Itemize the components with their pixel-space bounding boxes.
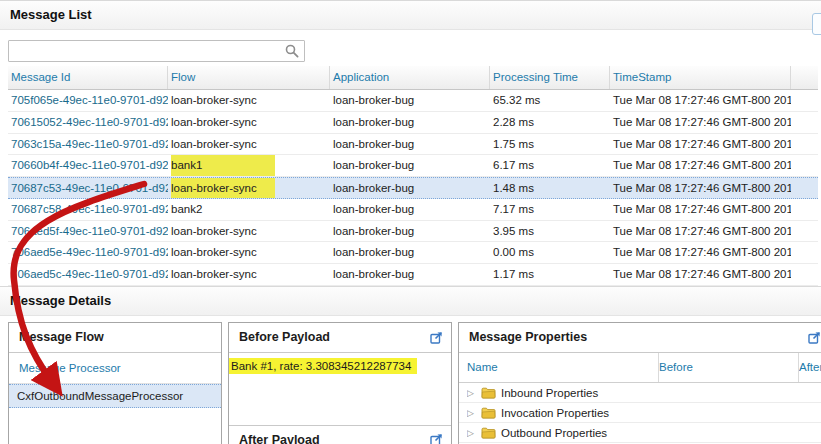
table-row-selected[interactable]: 70687c53-49ec-11e0-9701-d92 loan-broker-… <box>8 177 818 199</box>
message-id-link[interactable]: 706aed5f-49ec-11e0-9701-d92l <box>8 221 168 242</box>
application-cell: loan-broker-bug <box>330 199 490 220</box>
timestamp-cell: Tue Mar 08 17:27:46 GMT-800 2011 <box>610 155 791 176</box>
message-id-link[interactable]: 705f065e-49ec-11e0-9701-d92l <box>8 90 168 111</box>
highlight-mark: bank1 <box>171 155 275 176</box>
message-id-link[interactable]: 70660b4f-49ec-11e0-9701-d92l <box>8 155 168 176</box>
processing-time-cell: 2.28 ms <box>490 112 610 133</box>
application-cell: loan-broker-bug <box>330 221 490 242</box>
column-header-flow[interactable]: Flow <box>168 66 330 89</box>
table-row[interactable]: 70687c58-49ec-11e0-9701-d92 bank2 loan-b… <box>8 199 818 221</box>
message-id-link[interactable]: 706aed5c-49ec-11e0-9701-d92 <box>8 264 168 285</box>
message-processor-row-selected[interactable]: CxfOutboundMessageProcessor <box>9 384 221 408</box>
column-header-before[interactable]: Before <box>659 353 799 382</box>
column-header-name[interactable]: Name <box>467 353 659 382</box>
highlighted-payload-text: Bank #1, rate: 3.308345212287734 <box>229 358 417 374</box>
message-details-title: Message Details <box>0 286 821 316</box>
before-payload-panel-title: Before Payload <box>229 323 451 353</box>
folder-icon <box>481 427 496 439</box>
application-cell: loan-broker-bug <box>330 134 490 155</box>
processing-time-cell: 65.32 ms <box>490 90 610 111</box>
flow-cell-highlighted: bank1 <box>168 155 330 176</box>
application-cell: loan-broker-bug <box>330 264 490 285</box>
expand-triangle-icon[interactable]: ▷ <box>467 428 476 438</box>
flow-cell: bank2 <box>168 199 330 220</box>
processing-time-cell: 1.48 ms <box>490 178 610 198</box>
table-row[interactable]: 705f065e-49ec-11e0-9701-d92l loan-broker… <box>8 90 818 112</box>
expand-triangle-icon[interactable]: ▷ <box>467 388 476 398</box>
processing-time-cell: 1.75 ms <box>490 134 610 155</box>
message-list-title: Message List <box>0 0 821 30</box>
processing-time-cell: 0.00 ms <box>490 242 610 263</box>
highlight-mark: loan-broker-sync <box>171 178 275 198</box>
before-payload-content: Bank #1, rate: 3.308345212287734 <box>229 358 451 374</box>
message-properties-panel: Message Properties Name Before After ▷ I… <box>458 322 821 444</box>
property-group-row[interactable]: ▷ Invocation Properties <box>459 403 821 423</box>
property-group-label: Invocation Properties <box>501 407 609 419</box>
column-header-after[interactable]: After <box>799 353 821 382</box>
application-cell: loan-broker-bug <box>330 112 490 133</box>
column-header-spacer <box>791 66 818 89</box>
before-payload-panel: Before Payload Bank #1, rate: 3.30834521… <box>228 322 452 444</box>
message-table: Message Id Flow Application Processing T… <box>8 66 818 286</box>
flow-cell: loan-broker-sync <box>168 221 330 242</box>
application-cell: loan-broker-bug <box>330 155 490 176</box>
timestamp-cell: Tue Mar 08 17:27:46 GMT-800 2011 <box>610 221 791 242</box>
message-id-link[interactable]: 70615052-49ec-11e0-9701-d92 <box>8 112 168 133</box>
folder-icon <box>481 407 496 419</box>
processing-time-cell: 6.17 ms <box>490 155 610 176</box>
column-header-message-id[interactable]: Message Id <box>8 66 168 89</box>
after-payload-panel-title: After Payload <box>229 425 451 444</box>
flow-cell: loan-broker-sync <box>168 264 330 285</box>
processing-time-cell: 3.95 ms <box>490 221 610 242</box>
flow-cell: loan-broker-sync <box>168 90 330 111</box>
expand-triangle-icon[interactable]: ▷ <box>467 408 476 418</box>
table-row[interactable]: 7063c15a-49ec-11e0-9701-d92 loan-broker-… <box>8 134 818 156</box>
property-group-row[interactable]: ▷ Outbound Properties <box>459 423 821 443</box>
processing-time-cell: 1.17 ms <box>490 264 610 285</box>
message-flow-panel: Message Flow Message Processor CxfOutbou… <box>8 322 222 444</box>
flow-cell: loan-broker-sync <box>168 242 330 263</box>
message-properties-panel-title: Message Properties <box>459 323 821 353</box>
flow-cell: loan-broker-sync <box>168 112 330 133</box>
message-flow-panel-title: Message Flow <box>9 323 221 353</box>
timestamp-cell: Tue Mar 08 17:27:46 GMT-800 2011 <box>610 199 791 220</box>
property-group-label: Inbound Properties <box>501 387 598 399</box>
timestamp-cell: Tue Mar 08 17:27:46 GMT-800 2011 <box>610 264 791 285</box>
popout-icon[interactable] <box>430 433 443 444</box>
message-id-link[interactable]: 70687c58-49ec-11e0-9701-d92 <box>8 199 168 220</box>
table-row[interactable]: 70615052-49ec-11e0-9701-d92 loan-broker-… <box>8 112 818 134</box>
application-cell: loan-broker-bug <box>330 90 490 111</box>
table-row[interactable]: 706aed5e-49ec-11e0-9701-d92 loan-broker-… <box>8 242 818 264</box>
application-cell: loan-broker-bug <box>330 242 490 263</box>
property-group-label: Outbound Properties <box>501 427 607 439</box>
flow-cell-highlighted: loan-broker-sync <box>168 178 330 198</box>
message-table-body: 705f065e-49ec-11e0-9701-d92l loan-broker… <box>8 90 818 286</box>
column-header-processing-time[interactable]: Processing Time <box>490 66 610 89</box>
search-container <box>8 40 305 62</box>
message-details-panels: Message Flow Message Processor CxfOutbou… <box>0 322 821 444</box>
message-id-link[interactable]: 706aed5e-49ec-11e0-9701-d92 <box>8 242 168 263</box>
timestamp-cell: Tue Mar 08 17:27:46 GMT-800 2011 <box>610 242 791 263</box>
processing-time-cell: 7.17 ms <box>490 199 610 220</box>
property-group-row[interactable]: ▷ Inbound Properties <box>459 383 821 403</box>
timestamp-cell: Tue Mar 08 17:27:46 GMT-800 2011 <box>610 178 791 198</box>
message-id-link[interactable]: 7063c15a-49ec-11e0-9701-d92 <box>8 134 168 155</box>
properties-table-header: Name Before After <box>459 353 821 383</box>
message-id-link[interactable]: 70687c53-49ec-11e0-9701-d92 <box>8 178 168 198</box>
partial-control-button[interactable] <box>812 13 821 35</box>
folder-icon <box>481 387 496 399</box>
column-header-timestamp[interactable]: TimeStamp <box>610 66 791 89</box>
column-header-application[interactable]: Application <box>330 66 490 89</box>
table-row[interactable]: 706aed5c-49ec-11e0-9701-d92 loan-broker-… <box>8 264 818 286</box>
popout-icon[interactable] <box>808 331 821 344</box>
flow-cell: loan-broker-sync <box>168 134 330 155</box>
column-header-message-processor[interactable]: Message Processor <box>9 353 221 384</box>
table-row[interactable]: 70660b4f-49ec-11e0-9701-d92l bank1 loan-… <box>8 155 818 177</box>
popout-icon[interactable] <box>430 331 443 344</box>
timestamp-cell: Tue Mar 08 17:27:46 GMT-800 2011 <box>610 90 791 111</box>
search-icon <box>285 44 299 58</box>
application-cell: loan-broker-bug <box>330 178 490 198</box>
timestamp-cell: Tue Mar 08 17:27:46 GMT-800 2011 <box>610 112 791 133</box>
search-input[interactable] <box>8 40 305 62</box>
table-row[interactable]: 706aed5f-49ec-11e0-9701-d92l loan-broker… <box>8 221 818 243</box>
